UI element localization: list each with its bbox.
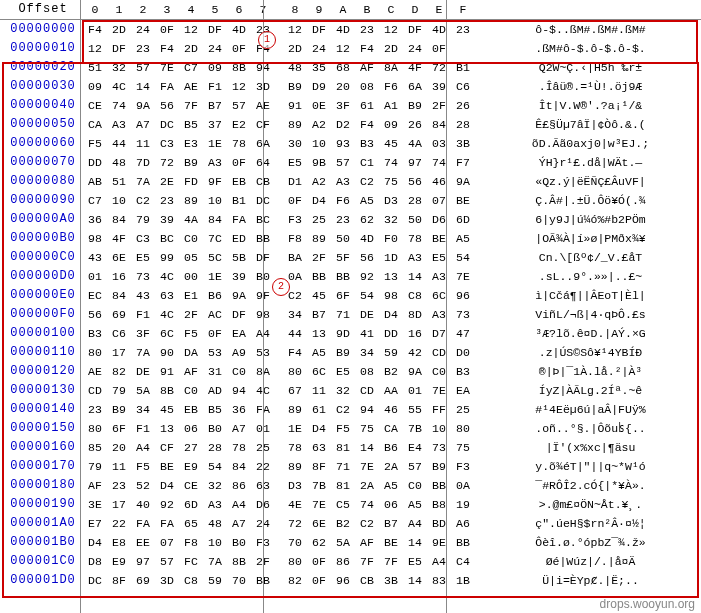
hex-cell[interactable]: 89 [283, 115, 307, 134]
hex-cell[interactable]: 23 [155, 191, 179, 210]
ascii-cell[interactable]: Q2W~Ç.‹|H5h¯‰r± [475, 58, 701, 77]
hex-row[interactable]: 000001B0D4E8EE07F810B0F370625AAFBE149EBB… [0, 533, 701, 552]
hex-cell[interactable]: F6 [379, 77, 403, 96]
hex-cell[interactable]: 45 [155, 400, 179, 419]
hex-cell[interactable]: 54 [355, 286, 379, 305]
hex-cell[interactable]: 71 [331, 305, 355, 324]
hex-cell[interactable]: A5 [307, 343, 331, 362]
ascii-cell[interactable]: Ç.Â#|.±Ü.Ôö¥Ó(.¾ [475, 191, 701, 210]
hex-cell[interactable]: E5 [283, 153, 307, 172]
hex-cell[interactable]: BB [331, 267, 355, 286]
hex-cell[interactable]: 2F [427, 96, 451, 115]
hex-cell[interactable]: A3 [403, 248, 427, 267]
hex-cell[interactable]: 57 [227, 96, 251, 115]
hex-cell[interactable]: 84 [427, 115, 451, 134]
hex-row[interactable]: 0000011080177A90DA53A953F4A5B9345942CDD0… [0, 343, 701, 362]
hex-cell[interactable]: AE [83, 362, 107, 381]
hex-cell[interactable]: 84 [203, 210, 227, 229]
hex-cell[interactable]: 65 [179, 514, 203, 533]
hex-cell[interactable]: A2 [307, 172, 331, 191]
hex-cell[interactable]: 25 [307, 210, 331, 229]
hex-cell[interactable]: DC [155, 115, 179, 134]
hex-cell[interactable] [451, 39, 475, 58]
hex-cell[interactable]: E5 [131, 248, 155, 267]
hex-cell[interactable]: 32 [379, 210, 403, 229]
hex-cell[interactable]: CD [355, 381, 379, 400]
hex-cell[interactable]: 36 [227, 400, 251, 419]
hex-cell[interactable]: D3 [379, 191, 403, 210]
hex-cell[interactable]: C1 [355, 153, 379, 172]
hex-row[interactable]: 000001D0DC8F693DC85970BB820F96CB3B14831B… [0, 571, 701, 590]
hex-cell[interactable]: 89 [283, 457, 307, 476]
hex-cell[interactable]: 78 [283, 438, 307, 457]
hex-cell[interactable]: E4 [403, 438, 427, 457]
hex-cell[interactable]: 4C [155, 305, 179, 324]
hex-cell[interactable]: 98 [83, 229, 107, 248]
hex-cell[interactable]: CF [155, 438, 179, 457]
hex-cell[interactable]: D4 [307, 419, 331, 438]
hex-cell[interactable]: 9F [203, 172, 227, 191]
hex-cell[interactable]: 63 [155, 286, 179, 305]
hex-cell[interactable]: 7E [155, 58, 179, 77]
hex-cell[interactable]: 79 [107, 381, 131, 400]
hex-cell[interactable]: 94 [227, 381, 251, 400]
hex-cell[interactable]: 5A [131, 381, 155, 400]
hex-cell[interactable]: E1 [179, 286, 203, 305]
hex-cell[interactable]: 01 [403, 381, 427, 400]
hex-cell[interactable]: 2F [307, 248, 331, 267]
hex-cell[interactable]: B3 [355, 134, 379, 153]
hex-cell[interactable]: AF [83, 476, 107, 495]
hex-cell[interactable]: FF [427, 400, 451, 419]
hex-cell[interactable]: 1E [203, 267, 227, 286]
hex-cell[interactable]: 17 [107, 343, 131, 362]
hex-cell[interactable]: 13 [379, 267, 403, 286]
hex-cell[interactable]: 8B [155, 381, 179, 400]
hex-cell[interactable]: C5 [331, 495, 355, 514]
hex-cell[interactable]: 79 [83, 457, 107, 476]
hex-cell[interactable]: 23 [451, 20, 475, 40]
hex-cell[interactable]: A5 [379, 476, 403, 495]
ascii-cell[interactable]: Cn.\[ßº¢/_V.£åT [475, 248, 701, 267]
hex-cell[interactable]: CD [427, 343, 451, 362]
hex-cell[interactable]: 82 [283, 571, 307, 590]
hex-row[interactable]: 00000060F54411C3E31E786A301093B3454A033B… [0, 134, 701, 153]
hex-cell[interactable]: 79 [131, 210, 155, 229]
hex-cell[interactable]: AF [355, 58, 379, 77]
hex-cell[interactable]: 13 [307, 324, 331, 343]
hex-cell[interactable]: 11 [131, 134, 155, 153]
hex-cell[interactable]: 59 [379, 343, 403, 362]
hex-cell[interactable]: 07 [155, 533, 179, 552]
hex-cell[interactable]: 73 [451, 305, 475, 324]
hex-cell[interactable]: 0A [283, 267, 307, 286]
hex-row[interactable]: 000000B0984FC3BCC07CEDBBF889504DF078BEA5… [0, 229, 701, 248]
hex-cell[interactable]: 39 [227, 267, 251, 286]
hex-cell[interactable]: 06 [179, 419, 203, 438]
hex-cell[interactable]: 74 [427, 153, 451, 172]
hex-cell[interactable]: B9 [179, 153, 203, 172]
hex-cell[interactable]: DE [355, 305, 379, 324]
hex-cell[interactable]: 31 [203, 362, 227, 381]
hex-cell[interactable]: 63 [307, 438, 331, 457]
hex-cell[interactable]: 3F [331, 96, 355, 115]
hex-cell[interactable]: 61 [307, 400, 331, 419]
hex-cell[interactable]: 47 [451, 324, 475, 343]
hex-cell[interactable]: 45 [379, 134, 403, 153]
hex-cell[interactable]: 92 [355, 267, 379, 286]
hex-cell[interactable]: BB [307, 267, 331, 286]
hex-cell[interactable]: 8A [379, 58, 403, 77]
hex-cell[interactable]: 2D [379, 39, 403, 58]
hex-cell[interactable]: A7 [227, 419, 251, 438]
hex-cell[interactable]: 0F [227, 153, 251, 172]
hex-cell[interactable]: 26 [403, 115, 427, 134]
hex-cell[interactable]: 44 [283, 324, 307, 343]
hex-cell[interactable]: 67 [283, 381, 307, 400]
hex-cell[interactable]: 71 [331, 457, 355, 476]
hex-cell[interactable]: FA [131, 514, 155, 533]
hex-cell[interactable]: 59 [203, 571, 227, 590]
hex-cell[interactable]: A3 [331, 172, 355, 191]
hex-row[interactable]: 00000150806FF11306B0A7011ED4F575CA7B1080… [0, 419, 701, 438]
hex-cell[interactable]: A3 [203, 495, 227, 514]
hex-cell[interactable]: E8 [107, 533, 131, 552]
hex-cell[interactable]: 81 [331, 438, 355, 457]
hex-cell[interactable]: 34 [131, 400, 155, 419]
